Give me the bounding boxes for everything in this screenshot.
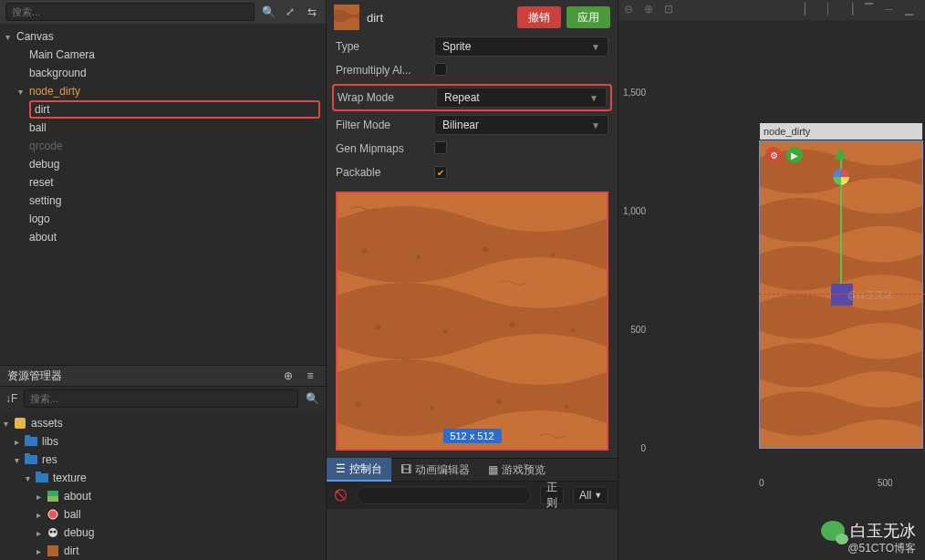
asset-label: ball — [64, 508, 81, 521]
asset-item[interactable]: ▾res — [0, 451, 326, 469]
tree-item[interactable]: Main Camera — [0, 46, 326, 64]
zoom-fit-icon[interactable]: ⊡ — [664, 3, 679, 17]
image-icon — [47, 491, 58, 502]
asset-item-assets[interactable]: ▾assets — [0, 414, 326, 432]
scene-viewport[interactable]: 1,500 1,000 500 0 0 500 node_dirty — [618, 20, 925, 493]
collapse-icon[interactable]: ⇆ — [304, 4, 320, 20]
folder-icon — [36, 473, 48, 482]
tree-item[interactable]: about — [0, 228, 326, 246]
hierarchy-tree: ▾ Canvas Main Camera background ▾node_di… — [0, 24, 326, 361]
svg-rect-7 — [47, 545, 58, 556]
asset-item[interactable]: ▸libs — [0, 432, 326, 451]
filter-mode-select[interactable]: Bilinear▼ — [434, 115, 608, 135]
apply-button[interactable]: 应用 — [566, 6, 610, 28]
sort-icon[interactable]: ↓F — [5, 392, 24, 405]
svg-point-15 — [375, 325, 380, 330]
node-title-bar: node_dirty — [760, 123, 922, 140]
ball-sprite[interactable] — [833, 169, 849, 185]
asset-label: texture — [53, 472, 87, 484]
tab-console[interactable]: ☰控制台 — [327, 458, 391, 482]
asset-item[interactable]: ▸dirt — [0, 542, 326, 560]
tree-item[interactable]: setting — [0, 192, 326, 210]
select-value: 正则 — [546, 480, 557, 511]
image-icon — [47, 509, 58, 520]
prop-type: Type Sprite▼ — [327, 35, 618, 58]
tree-label: qrcode — [29, 140, 63, 152]
assets-icon — [15, 418, 26, 429]
asset-item[interactable]: ▸about — [0, 487, 326, 505]
node-dirty-frame[interactable]: node_dirty ⚙ ▶ — [759, 140, 923, 449]
svg-point-4 — [48, 528, 57, 537]
tab-animation-editor[interactable]: 🎞动画编辑器 — [391, 458, 479, 482]
canvas-area[interactable]: node_dirty ⚙ ▶ — [650, 20, 925, 478]
gizmo-play-icon[interactable]: ▶ — [786, 147, 803, 163]
align-right-icon[interactable]: ▕ — [845, 3, 859, 17]
zoom-in-icon[interactable]: ⊕ — [644, 3, 659, 17]
svg-point-21 — [496, 399, 502, 404]
tree-item-node-dirty[interactable]: ▾node_dirty — [0, 82, 326, 100]
level-select[interactable]: All ▼ — [573, 486, 608, 504]
asset-thumbnail — [334, 5, 359, 30]
asset-label: res — [42, 453, 57, 466]
tree-item-dirt-highlight[interactable]: dirt — [29, 100, 320, 119]
tree-item[interactable]: reset — [0, 173, 326, 192]
y-axis-gizmo-arrow[interactable] — [835, 147, 846, 160]
stop-icon[interactable]: 🚫 — [334, 489, 348, 502]
chevron-down-icon[interactable]: ▾ — [18, 87, 29, 97]
expand-icon[interactable]: ⤢ — [282, 4, 298, 20]
tree-item[interactable]: ball — [0, 119, 326, 137]
tree-item[interactable]: background — [0, 64, 326, 82]
prop-label: Premultiply Al... — [336, 64, 434, 77]
tree-label: reset — [29, 176, 54, 189]
tree-item-canvas[interactable]: ▾ Canvas — [0, 27, 326, 46]
zoom-out-icon[interactable]: ⊖ — [624, 3, 639, 17]
svg-point-17 — [510, 322, 515, 327]
asset-item[interactable]: ▸ball — [0, 505, 326, 524]
asset-item[interactable]: ▾texture — [0, 469, 326, 487]
search-icon[interactable]: 🔍 — [260, 4, 276, 20]
gizmo-settings-icon[interactable]: ⚙ — [765, 147, 782, 163]
new-icon[interactable]: ⊕ — [280, 368, 296, 384]
ruler-x: 0 500 — [618, 478, 925, 493]
panel-title: 资源管理器 — [7, 368, 62, 384]
wrap-mode-select[interactable]: Repeat▼ — [436, 88, 607, 108]
tree-item[interactable]: qrcode — [0, 137, 326, 155]
tree-label: about — [29, 231, 57, 244]
menu-icon[interactable]: ≡ — [302, 368, 318, 384]
assets-tree: ▾assets ▸libs ▾res ▾texture ▸about ▸ball… — [0, 410, 326, 560]
premultiply-checkbox[interactable] — [434, 63, 447, 76]
wrap-mode-highlight: Wrap Mode Repeat▼ — [332, 84, 612, 111]
tree-label: setting — [29, 194, 61, 207]
tree-label: node_dirty — [29, 85, 80, 98]
align-left-icon[interactable]: ▏ — [805, 3, 819, 17]
asset-item[interactable]: ▸debug — [0, 524, 326, 542]
packable-checkbox[interactable] — [434, 166, 447, 179]
search-icon[interactable]: 🔍 — [304, 390, 320, 407]
console-filter-input[interactable] — [357, 486, 531, 504]
ruler-tick: 1,000 — [623, 206, 646, 216]
assets-search-input[interactable] — [24, 389, 298, 408]
hierarchy-panel: 🔍 ⤢ ⇆ ▾ Canvas Main Camera background ▾n… — [0, 0, 326, 560]
align-bottom-icon[interactable]: ▁ — [905, 3, 920, 17]
camera-icon: ▦ — [488, 463, 498, 476]
tab-game-preview[interactable]: ▦游戏预览 — [479, 458, 555, 482]
hierarchy-search-input[interactable] — [5, 3, 255, 21]
undo-button[interactable]: 撤销 — [517, 6, 561, 28]
chevron-down-icon[interactable]: ▾ — [5, 32, 16, 42]
regex-toggle[interactable]: 正则 — [540, 486, 564, 504]
scene-toolbar: ⊖ ⊕ ⊡ ▏ │ ▕ ▔ ─ ▁ — [618, 0, 925, 20]
prop-wrap-mode: Wrap Mode Repeat▼ — [334, 86, 610, 109]
watermark-text: 白玉无冰 — [850, 520, 916, 542]
hierarchy-search-row: 🔍 ⤢ ⇆ — [0, 0, 326, 24]
tree-item[interactable]: logo — [0, 210, 326, 228]
tree-item[interactable]: debug — [0, 155, 326, 173]
ruler-tick: 1,500 — [623, 88, 646, 98]
type-select[interactable]: Sprite▼ — [434, 36, 608, 57]
align-top-icon[interactable]: ▔ — [865, 3, 879, 17]
align-middle-icon[interactable]: ─ — [885, 3, 899, 17]
watermark-sub: @51CTO博客 — [847, 541, 916, 556]
dirt-texture-image — [338, 193, 607, 449]
tree-label: logo — [29, 213, 50, 225]
mipmaps-checkbox[interactable] — [434, 141, 447, 154]
align-center-icon[interactable]: │ — [825, 3, 839, 17]
